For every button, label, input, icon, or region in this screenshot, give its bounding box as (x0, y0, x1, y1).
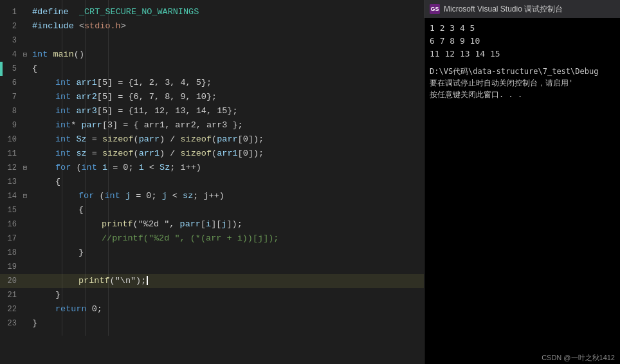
line-content: int* parr[3] = { arr1, arr2, arr3 }; (30, 118, 424, 132)
code-line: 10int Sz = sizeof(parr) / sizeof(parr[0]… (0, 132, 424, 147)
line-content: } (30, 246, 424, 260)
line-content: { (30, 62, 424, 76)
code-line: 23} (0, 316, 424, 331)
line-number: 3 (0, 33, 21, 48)
console-titlebar: GS Microsoft Visual Studio 调试控制台 (424, 0, 620, 18)
collapse-marker[interactable]: ⊟ (21, 48, 30, 62)
line-content: for (int j = 0; j < sz; j++) (30, 189, 424, 203)
line-number: 11 (0, 147, 21, 161)
code-line: 2#include <stdio.h> (0, 19, 424, 33)
code-line: 13{ (0, 175, 424, 189)
line-number: 20 (0, 274, 21, 288)
code-line: 4⊟int main() (0, 48, 424, 62)
code-line: 20printf("\n"); (0, 274, 424, 288)
line-number: 22 (0, 302, 21, 316)
console-output: 1 2 3 4 5 6 7 8 9 1011 12 13 14 15 (430, 22, 615, 60)
code-line: 12⊟for (int i = 0; i < Sz; i++) (0, 161, 424, 175)
line-content: int arr3[5] = {11, 12, 13, 14, 15}; (30, 104, 424, 118)
code-line: 7int arr2[5] = {6, 7, 8, 9, 10}; (0, 90, 424, 104)
line-number: 8 (0, 104, 21, 118)
line-content: #define _CRT_SECURE_NO_WARNINGS (30, 5, 424, 19)
line-number: 23 (0, 316, 21, 331)
code-line: 22return 0; (0, 302, 424, 316)
line-content: int arr2[5] = {6, 7, 8, 9, 10}; (30, 90, 424, 104)
line-number: 4 (0, 48, 21, 62)
console-body: 1 2 3 4 5 6 7 8 9 1011 12 13 14 15 D:\VS… (424, 18, 620, 350)
code-line: 9int* parr[3] = { arr1, arr2, arr3 }; (0, 118, 424, 132)
line-content: #include <stdio.h> (30, 19, 424, 33)
editor-panel: 1#define _CRT_SECURE_NO_WARNINGS2#includ… (0, 0, 424, 364)
console-title: Microsoft Visual Studio 调试控制台 (444, 4, 563, 15)
code-line: 8int arr3[5] = {11, 12, 13, 14, 15}; (0, 104, 424, 118)
line-content: { (30, 203, 424, 217)
code-line: 6int arr1[5] = {1, 2, 3, 4, 5}; (0, 76, 424, 90)
line-number: 13 (0, 175, 21, 189)
code-line: 17//printf("%2d ", (*(arr + i))[j]); (0, 232, 424, 246)
code-line: 21} (0, 288, 424, 302)
line-number: 10 (0, 132, 21, 147)
code-line: 15{ (0, 203, 424, 217)
line-number: 21 (0, 288, 21, 302)
line-number: 14 (0, 189, 21, 203)
console-line: 11 12 13 14 15 (430, 48, 615, 60)
line-content: int main() (30, 48, 424, 62)
line-content: return 0; (30, 302, 424, 316)
line-number: 17 (0, 232, 21, 246)
code-line: 16printf("%2d ", parr[i][j]); (0, 217, 424, 232)
code-line: 1#define _CRT_SECURE_NO_WARNINGS (0, 5, 424, 19)
line-number: 16 (0, 217, 21, 232)
line-content: } (30, 316, 424, 331)
line-content: } (30, 288, 424, 302)
line-number: 18 (0, 246, 21, 260)
line-number: 15 (0, 203, 21, 217)
console-path-text: D:\VS代码\data-structure\7_test\Debug要在调试停… (430, 66, 615, 100)
line-content: int Sz = sizeof(parr) / sizeof(parr[0]); (30, 132, 424, 147)
line-content: printf("%2d ", parr[i][j]); (30, 217, 424, 232)
console-line: 6 7 8 9 10 (430, 35, 615, 48)
line-content: int sz = sizeof(arr1) / sizeof(arr1[0]); (30, 147, 424, 161)
collapse-marker[interactable]: ⊟ (21, 161, 30, 175)
line-number: 2 (0, 19, 21, 33)
code-line: 3 (0, 33, 424, 48)
watermark-text: CSDN @一叶之秋1412 (542, 354, 615, 361)
console-footer: CSDN @一叶之秋1412 (424, 350, 620, 364)
line-number: 7 (0, 90, 21, 104)
line-content: printf("\n"); (30, 274, 424, 288)
line-number: 19 (0, 260, 21, 274)
collapse-marker[interactable]: ⊟ (21, 189, 30, 203)
line-number: 1 (0, 5, 21, 19)
code-line: 19 (0, 260, 424, 274)
line-content: //printf("%2d ", (*(arr + i))[j]); (30, 232, 424, 246)
line-number: 6 (0, 76, 21, 90)
vs-icon: GS (430, 4, 440, 14)
console-line: 1 2 3 4 5 (430, 22, 615, 35)
line-number: 9 (0, 118, 21, 132)
line-content: for (int i = 0; i < Sz; i++) (30, 161, 424, 175)
line-content: int arr1[5] = {1, 2, 3, 4, 5}; (30, 76, 424, 90)
code-line: 5{ (0, 62, 424, 76)
breakpoint-marker (0, 62, 3, 76)
line-content: { (30, 175, 424, 189)
code-line: 11int sz = sizeof(arr1) / sizeof(arr1[0]… (0, 147, 424, 161)
line-number: 5 (0, 62, 21, 76)
code-line: 14⊟for (int j = 0; j < sz; j++) (0, 189, 424, 203)
code-line: 18} (0, 246, 424, 260)
code-area: 1#define _CRT_SECURE_NO_WARNINGS2#includ… (0, 0, 424, 336)
line-number: 12 (0, 161, 21, 175)
console-panel: GS Microsoft Visual Studio 调试控制台 1 2 3 4… (424, 0, 620, 364)
